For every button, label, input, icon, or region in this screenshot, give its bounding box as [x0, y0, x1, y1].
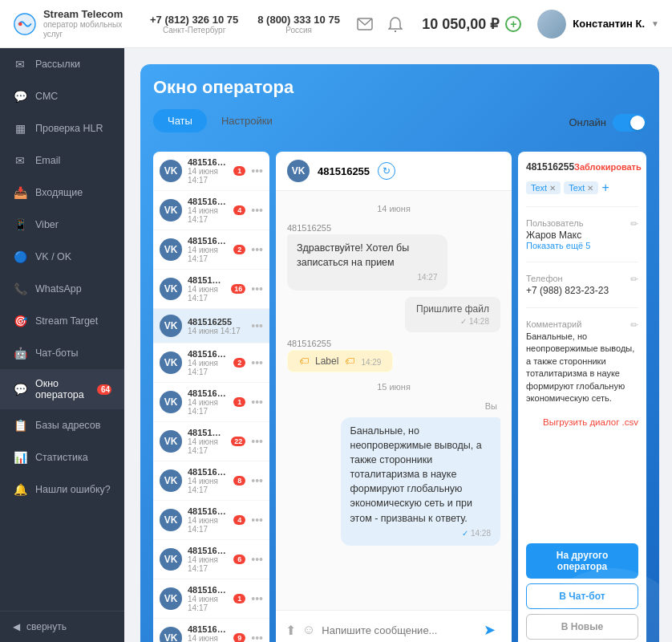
more-icon[interactable]: •••	[251, 356, 263, 369]
header: Stream Telecom оператор мобильных услуг …	[0, 0, 672, 48]
operator-icon: 💬	[13, 382, 27, 396]
sidebar-collapse[interactable]: ◀ свернуть	[0, 611, 124, 642]
upload-icon[interactable]: ⬆	[285, 623, 296, 638]
more-icon[interactable]: •••	[251, 396, 263, 408]
layout: ✉ Рассылки 💬 СМС ▦ Проверка HLR ✉ Email …	[0, 48, 672, 642]
vk-avatar: VK	[160, 160, 182, 182]
message-row: 481516255 🏷 Label 🏷 14:29	[287, 339, 500, 372]
logo-title: Stream Telecom	[43, 8, 137, 21]
message-input[interactable]	[322, 624, 470, 636]
list-item[interactable]: VK 481516262 14 июня 14:17 1 •••	[153, 579, 269, 619]
list-item[interactable]: VK 481516258 14 июня 14:17 22 •••	[153, 422, 269, 461]
sidebar-item-stream-target[interactable]: 🎯 Stream Target	[0, 305, 124, 337]
whatsapp-icon: 📞	[13, 282, 27, 296]
refresh-icon[interactable]: ↻	[378, 162, 395, 180]
logo-sub: оператор мобильных услуг	[43, 20, 137, 39]
more-icon[interactable]: •••	[251, 592, 263, 605]
edit-comment-icon[interactable]: ✏	[630, 319, 638, 331]
more-icon[interactable]: •••	[251, 204, 263, 217]
online-toggle[interactable]	[613, 114, 646, 132]
sidebar-item-hlr[interactable]: ▦ Проверка HLR	[0, 112, 124, 144]
sidebar-item-viber[interactable]: 📱 Viber	[0, 209, 124, 241]
sidebar-item-error[interactable]: 🔔 Нашли ошибку?	[0, 473, 124, 506]
list-item[interactable]: VK 481516251 14 июня 14:17 1 •••	[153, 152, 269, 191]
chevron-down-icon: ▼	[651, 19, 659, 28]
more-icon[interactable]: •••	[251, 165, 263, 177]
block-button[interactable]: Заблокировать	[574, 162, 642, 172]
sidebar-item-vkok[interactable]: 🔵 VK / OK	[0, 241, 124, 273]
list-item[interactable]: VK 481516253 14 июня 14:17 2 •••	[153, 230, 269, 270]
more-icon[interactable]: •••	[251, 632, 263, 642]
more-icon[interactable]: •••	[251, 319, 263, 332]
sidebar-item-stats[interactable]: 📊 Статистика	[0, 441, 124, 473]
more-icon[interactable]: •••	[251, 435, 263, 448]
add-tag-button[interactable]: +	[601, 181, 609, 195]
vkok-icon: 🔵	[13, 250, 27, 264]
hlr-icon: ▦	[13, 121, 27, 136]
show-more-link[interactable]: Показать ещё 5	[526, 241, 638, 250]
sidebar: ✉ Рассылки 💬 СМС ▦ Проверка HLR ✉ Email …	[0, 48, 124, 642]
list-item[interactable]: VK 481516257 14 июня 14:17 1 •••	[153, 383, 269, 422]
email-nav-icon: ✉	[13, 153, 27, 168]
list-item[interactable]: VK 481516254 14 июня 14:17 16 •••	[153, 270, 269, 309]
comment-field: Комментарий ✏ Банальные, но неопровержим…	[526, 319, 638, 404]
more-icon[interactable]: •••	[251, 553, 263, 566]
chevron-left-icon: ◀	[13, 621, 20, 632]
user-info[interactable]: Константин К. ▼	[537, 10, 659, 39]
contact-phone1: +7 (812) 326 10 75 Санкт-Петербург	[150, 14, 238, 35]
phone-field: Телефон ✏ +7 (988) 823-23-23	[526, 274, 638, 296]
list-item[interactable]: VK 481516255 14 июня 14:17 •••	[153, 309, 269, 343]
list-item[interactable]: VK 481516256 14 июня 14:17 2 •••	[153, 343, 269, 383]
list-item[interactable]: VK 481516261 14 июня 14:17 6 •••	[153, 540, 269, 579]
more-icon[interactable]: •••	[251, 282, 263, 295]
sidebar-item-email[interactable]: ✉ Email	[0, 144, 124, 177]
balance: 10 050,00 ₽ +	[422, 15, 521, 33]
edit-user-icon[interactable]: ✏	[630, 218, 638, 230]
list-item[interactable]: VK 481516260 14 июня 14:17 4 •••	[153, 501, 269, 540]
tab-chats[interactable]: Чаты	[153, 109, 207, 132]
unread-badge: 1	[233, 166, 245, 176]
error-icon: 🔔	[13, 482, 27, 497]
list-item[interactable]: VK 481516263 14 июня 14:17 9 •••	[153, 619, 269, 642]
right-panel: 481516255 Заблокировать Text ✕ Text ✕ +	[518, 152, 646, 642]
bell-icon[interactable]	[387, 15, 404, 33]
transfer-chatbot-button[interactable]: В Чат-бот	[526, 583, 638, 609]
contact-phone2: 8 (800) 333 10 75 Россия	[257, 14, 340, 35]
svg-point-1	[18, 22, 22, 26]
stats-icon: 📊	[13, 450, 27, 465]
sidebar-item-chatbots[interactable]: 🤖 Чат-боты	[0, 337, 124, 369]
sidebar-item-operator[interactable]: 💬 Окно оператора 64	[0, 369, 124, 409]
tab-settings[interactable]: Настройки	[207, 109, 287, 132]
chat-input-area: ⬆ ☺ ➤	[276, 610, 512, 642]
tag-close-icon[interactable]: ✕	[549, 184, 556, 193]
user-field: Пользователь ✏ Жаров Макс Показать ещё 5	[526, 218, 638, 250]
email-icon[interactable]	[356, 15, 374, 33]
chat-list: VK 481516251 14 июня 14:17 1 ••• VK 4815…	[153, 152, 269, 642]
transfer-operator-button[interactable]: На другого оператора	[526, 543, 638, 579]
sidebar-item-rassylki[interactable]: ✉ Рассылки	[0, 48, 124, 80]
list-item[interactable]: VK 481516259 14 июня 14:17 8 •••	[153, 461, 269, 501]
tags-row: Text ✕ Text ✕ +	[526, 181, 638, 195]
message-row: Пришлите файл ✓ 14:28	[287, 297, 500, 332]
sidebar-item-address[interactable]: 📋 Базы адресов	[0, 409, 124, 441]
operator-badge: 64	[97, 384, 111, 395]
more-icon[interactable]: •••	[251, 474, 263, 487]
contact-id: 481516255	[526, 161, 574, 173]
more-icon[interactable]: •••	[251, 514, 263, 526]
transfer-new-button[interactable]: В Новые	[526, 614, 638, 640]
page-title: Окно оператора	[153, 77, 646, 98]
edit-phone-icon[interactable]: ✏	[630, 274, 638, 285]
sidebar-item-whatsapp[interactable]: 📞 WhatsApp	[0, 273, 124, 305]
export-csv-link[interactable]: Выгрузить диалог .csv	[543, 417, 638, 427]
list-item[interactable]: VK 481516252 14 июня 14:17 4 •••	[153, 191, 269, 230]
avatar	[537, 10, 566, 39]
send-button[interactable]: ➤	[476, 617, 502, 642]
date-divider2: 15 июня	[287, 382, 500, 392]
header-icons	[356, 15, 404, 33]
sidebar-item-sms[interactable]: 💬 СМС	[0, 80, 124, 112]
emoji-icon[interactable]: ☺	[302, 623, 315, 637]
tag-close-icon[interactable]: ✕	[587, 184, 593, 193]
add-funds-button[interactable]: +	[505, 16, 521, 32]
more-icon[interactable]: •••	[251, 243, 263, 256]
sidebar-item-incoming[interactable]: 📥 Входящие	[0, 177, 124, 209]
